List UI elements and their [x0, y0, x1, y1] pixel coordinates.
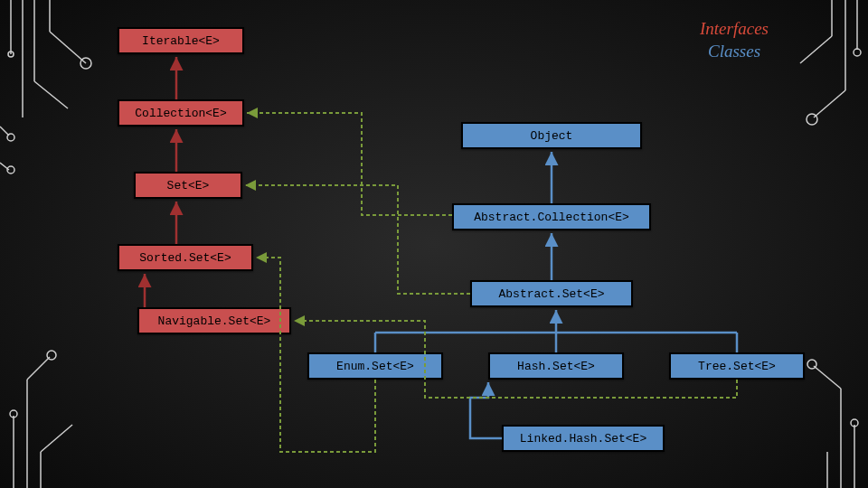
node-object: Object	[461, 122, 642, 149]
node-abstractcollection: Abstract.Collection<E>	[452, 203, 651, 230]
node-label: Tree.Set<E>	[698, 360, 776, 373]
legend: Interfaces Classes	[700, 18, 769, 62]
svg-point-20	[854, 49, 861, 56]
svg-point-16	[47, 351, 56, 360]
node-label: Sorted.Set<E>	[139, 251, 231, 265]
node-label: Abstract.Set<E>	[498, 287, 604, 301]
svg-line-18	[41, 425, 72, 452]
node-iterable: Iterable<E>	[118, 27, 244, 54]
svg-point-9	[7, 134, 14, 141]
svg-line-4	[34, 81, 68, 108]
node-label: Enum.Set<E>	[336, 360, 414, 373]
node-label: Collection<E>	[135, 107, 226, 120]
svg-point-23	[807, 114, 817, 125]
node-navigableset: Navigable.Set<E>	[137, 307, 291, 334]
circuit-decoration-bottom-right	[760, 307, 868, 488]
circuit-decoration-top-right	[760, 0, 868, 181]
svg-line-8	[0, 127, 9, 136]
node-treeset: Tree.Set<E>	[669, 352, 805, 380]
node-label: Hash.Set<E>	[517, 360, 595, 373]
node-label: Set<E>	[167, 179, 210, 192]
node-collection: Collection<E>	[118, 99, 244, 127]
node-enumset: Enum.Set<E>	[307, 352, 443, 380]
legend-classes: Classes	[700, 41, 769, 63]
svg-line-22	[814, 90, 845, 117]
node-set: Set<E>	[134, 172, 242, 199]
node-label: Object	[531, 129, 573, 143]
circuit-decoration-top-left	[0, 0, 108, 181]
node-label: Linked.Hash.Set<E>	[520, 432, 646, 446]
legend-interfaces: Interfaces	[700, 18, 769, 41]
svg-line-6	[50, 32, 86, 63]
node-label: Iterable<E>	[142, 34, 220, 48]
node-label: Abstract.Collection<E>	[474, 211, 629, 224]
svg-line-25	[800, 36, 832, 63]
node-abstractset: Abstract.Set<E>	[470, 280, 633, 307]
circuit-decoration-bottom-left	[0, 307, 108, 488]
svg-line-15	[27, 357, 50, 380]
node-hashset: Hash.Set<E>	[488, 352, 624, 380]
node-sortedset: Sorted.Set<E>	[118, 244, 253, 271]
svg-point-30	[807, 360, 816, 369]
node-label: Navigable.Set<E>	[158, 314, 271, 328]
node-linkedhashset: Linked.Hash.Set<E>	[502, 425, 665, 452]
svg-line-29	[814, 366, 841, 389]
